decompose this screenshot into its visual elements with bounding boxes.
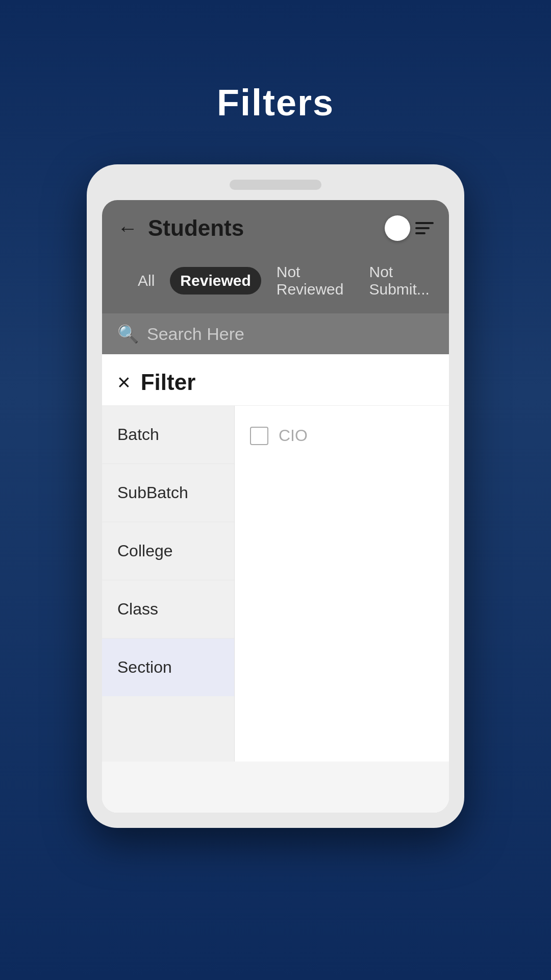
filter-bottom xyxy=(102,762,449,813)
back-button[interactable]: ← xyxy=(117,217,138,240)
tab-bar: All Reviewed Not Reviewed Not Submit... xyxy=(117,253,434,313)
filter-body: Batch SubBatch College Class Section CIO xyxy=(102,406,449,762)
checkbox-cio[interactable] xyxy=(250,427,268,445)
filter-header: × Filter xyxy=(102,354,449,406)
toggle-circle[interactable] xyxy=(385,215,410,241)
filter-icon[interactable] xyxy=(415,222,434,234)
filter-content: CIO xyxy=(235,406,449,762)
tab-all[interactable]: All xyxy=(128,267,165,295)
screen-title: Students xyxy=(148,215,385,241)
page-title: Filters xyxy=(217,82,334,124)
sidebar-item-batch[interactable]: Batch xyxy=(102,406,234,464)
filter-toggle-area xyxy=(385,215,434,241)
close-button[interactable]: × xyxy=(117,370,131,395)
phone-mockup: ← Students All Reviewed Not Reviewed Not… xyxy=(87,164,464,828)
sidebar-item-subbatch[interactable]: SubBatch xyxy=(102,464,234,522)
phone-notch xyxy=(230,180,321,190)
tab-reviewed[interactable]: Reviewed xyxy=(170,267,261,295)
phone-screen: ← Students All Reviewed Not Reviewed Not… xyxy=(102,200,449,813)
search-bar: 🔍 Search Here xyxy=(102,313,449,354)
sidebar-item-section[interactable]: Section xyxy=(102,639,234,696)
students-header: ← Students All Reviewed Not Reviewed Not… xyxy=(102,200,449,313)
sidebar-item-college[interactable]: College xyxy=(102,522,234,580)
tab-not-submitted[interactable]: Not Submit... xyxy=(359,258,439,303)
checkbox-label-cio: CIO xyxy=(279,426,308,445)
filter-sidebar: Batch SubBatch College Class Section xyxy=(102,406,235,762)
header-top-row: ← Students xyxy=(117,215,434,241)
tab-not-reviewed[interactable]: Not Reviewed xyxy=(266,258,354,303)
filter-panel: × Filter Batch SubBatch College Class Se… xyxy=(102,354,449,813)
filter-title: Filter xyxy=(141,370,196,395)
sidebar-item-class[interactable]: Class xyxy=(102,580,234,639)
checkbox-row-cio: CIO xyxy=(250,421,434,450)
search-input[interactable]: Search Here xyxy=(147,324,244,344)
search-icon: 🔍 xyxy=(117,324,139,344)
